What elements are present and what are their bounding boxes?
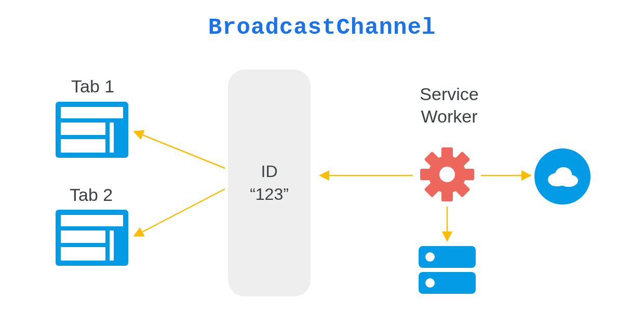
browser-window-icon xyxy=(56,210,128,266)
svg-rect-17 xyxy=(61,230,105,243)
gear-icon xyxy=(409,136,485,212)
svg-rect-11 xyxy=(61,107,123,118)
cloud-icon xyxy=(534,148,591,205)
svg-rect-12 xyxy=(61,123,105,135)
browser-window-icon xyxy=(56,102,128,158)
arrows-group xyxy=(135,132,530,240)
svg-rect-13 xyxy=(61,139,105,153)
arrow-channel-to-tab1 xyxy=(135,132,225,168)
arrow-channel-to-tab2 xyxy=(135,189,225,236)
server-icon xyxy=(419,246,476,294)
svg-rect-14 xyxy=(110,123,114,153)
svg-point-23 xyxy=(425,278,435,288)
svg-rect-19 xyxy=(110,230,114,261)
svg-rect-28 xyxy=(550,179,575,186)
svg-rect-16 xyxy=(61,215,123,226)
svg-rect-18 xyxy=(61,247,105,261)
svg-point-21 xyxy=(425,252,435,262)
